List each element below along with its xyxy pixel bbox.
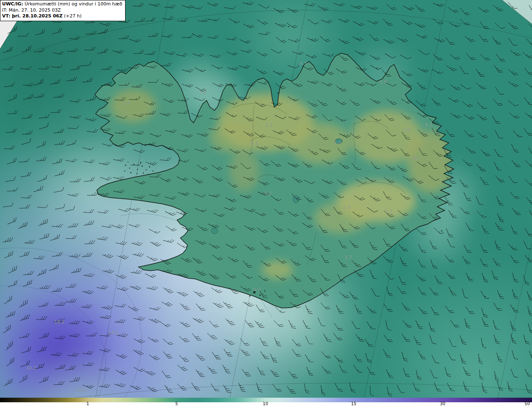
wind-barb bbox=[101, 66, 112, 69]
wind-barb bbox=[512, 349, 518, 360]
wind-barb bbox=[129, 36, 140, 43]
wind-barb bbox=[479, 33, 488, 43]
wind-barb bbox=[33, 79, 44, 86]
wind-barb bbox=[113, 223, 124, 229]
wind-barb bbox=[22, 280, 33, 286]
wind-barb bbox=[288, 318, 296, 330]
wind-barb bbox=[369, 32, 379, 42]
wind-barb bbox=[384, 302, 393, 313]
wind-barb bbox=[403, 318, 412, 329]
wind-barb bbox=[493, 319, 499, 330]
wind-barb bbox=[524, 334, 530, 345]
wind-barb bbox=[495, 20, 505, 30]
weather-map-screen: 6.75.97.53.93.16.33.06.13.66.23.72.93.23… bbox=[0, 0, 532, 406]
wind-barb bbox=[34, 48, 44, 52]
wind-barb bbox=[493, 97, 503, 107]
wind-barb bbox=[207, 331, 217, 341]
wind-barb bbox=[117, 253, 128, 260]
wind-barb bbox=[463, 366, 470, 377]
wind-barb bbox=[495, 240, 501, 251]
wind-barb bbox=[476, 67, 485, 78]
wind-barb bbox=[449, 337, 456, 348]
wind-barb bbox=[134, 364, 145, 373]
wind-barb bbox=[259, 30, 270, 35]
wind-barb bbox=[430, 368, 438, 379]
wind-barb bbox=[523, 50, 532, 60]
wind-barb bbox=[400, 256, 407, 267]
wind-barb bbox=[145, 159, 157, 166]
wind-barb bbox=[385, 51, 396, 59]
wind-barb bbox=[83, 220, 94, 225]
wind-barb bbox=[163, 349, 172, 360]
wind-barb bbox=[448, 95, 459, 103]
wind-barb bbox=[525, 80, 532, 89]
wind-barb bbox=[117, 66, 128, 72]
wind-barb bbox=[36, 157, 47, 161]
wind-barb bbox=[133, 347, 144, 356]
wind-barb bbox=[223, 299, 233, 310]
init-time-value: Mán. 27. 10. 2025 03Z bbox=[9, 7, 61, 13]
wind-barb bbox=[4, 145, 15, 149]
wind-barb bbox=[287, 384, 296, 395]
wind-barb bbox=[6, 158, 17, 164]
wind-barb bbox=[430, 239, 437, 250]
wind-barb bbox=[387, 286, 393, 297]
wind-barb bbox=[7, 266, 18, 273]
wind-barb bbox=[52, 223, 63, 227]
precip-wind-map: 6.75.97.53.93.16.33.06.13.66.23.72.93.23… bbox=[0, 0, 532, 398]
wind-barb bbox=[66, 298, 76, 302]
wind-barb bbox=[397, 383, 405, 394]
wind-barb bbox=[525, 367, 532, 379]
wind-barb bbox=[67, 191, 79, 197]
wind-barb bbox=[51, 351, 62, 356]
wind-barb bbox=[403, 367, 410, 378]
wind-barb bbox=[402, 301, 411, 312]
wind-barb bbox=[321, 385, 325, 396]
wind-barb bbox=[196, 352, 205, 362]
wind-barb bbox=[416, 32, 427, 39]
wind-barb bbox=[39, 285, 50, 289]
wind-barb bbox=[148, 335, 159, 343]
wind-barb bbox=[495, 221, 504, 232]
wind-barb bbox=[99, 160, 110, 165]
wind-barb bbox=[70, 179, 81, 182]
wind-barb bbox=[482, 382, 487, 394]
wind-barb bbox=[321, 17, 332, 24]
wind-barb bbox=[481, 147, 490, 158]
wind-barb bbox=[49, 234, 61, 240]
wind-barb bbox=[528, 306, 532, 317]
wind-barb bbox=[525, 66, 532, 76]
wind-barb bbox=[387, 1, 397, 11]
wind-barb bbox=[54, 141, 65, 144]
wind-barb bbox=[369, 52, 380, 61]
wind-barb bbox=[83, 382, 94, 389]
wind-barb bbox=[386, 368, 394, 379]
wind-barb bbox=[333, 331, 342, 342]
wind-barb bbox=[83, 272, 94, 277]
wind-barb bbox=[435, 274, 443, 286]
wind-barb bbox=[446, 227, 453, 238]
wind-barb bbox=[482, 307, 488, 318]
wind-barb bbox=[182, 2, 193, 9]
wind-barb bbox=[434, 35, 445, 43]
wind-barb bbox=[100, 314, 111, 319]
wind-barb bbox=[209, 16, 220, 22]
wind-barb bbox=[386, 320, 391, 331]
wind-barb bbox=[509, 174, 518, 185]
wind-barb bbox=[224, 4, 236, 9]
wind-barb bbox=[370, 269, 377, 280]
wind-barb bbox=[68, 125, 79, 129]
wind-barb bbox=[384, 333, 393, 343]
wind-barb bbox=[53, 129, 64, 133]
wind-barb bbox=[18, 158, 29, 162]
wind-barb bbox=[525, 177, 532, 187]
wind-barb bbox=[22, 131, 33, 135]
valid-time-line: VT: þri. 28.10.2025 06Z (+27 h) bbox=[2, 13, 122, 20]
wind-barb bbox=[227, 64, 239, 71]
wind-barb bbox=[18, 299, 29, 307]
wind-barb bbox=[350, 290, 358, 301]
wind-barb bbox=[366, 3, 377, 10]
wind-barb bbox=[150, 239, 161, 247]
wind-barb bbox=[17, 222, 28, 228]
wind-barb bbox=[7, 94, 18, 101]
